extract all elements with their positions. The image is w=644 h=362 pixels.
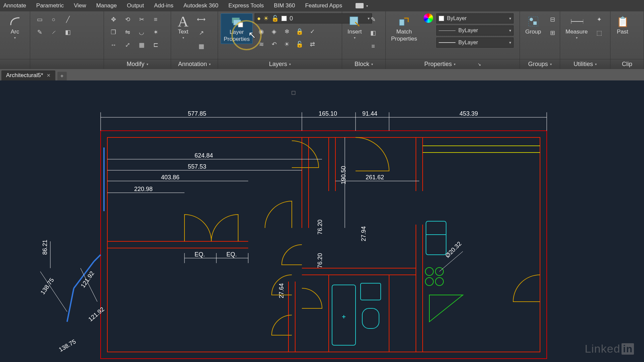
match-label-2: Properties [391, 36, 417, 42]
svg-text:557.53: 557.53 [188, 163, 206, 170]
panel-title-clip[interactable]: Clip [610, 59, 644, 69]
video-dropdown-icon[interactable]: ▾ [366, 4, 368, 8]
arc-icon [8, 15, 22, 28]
linkedin-watermark: Linkedin [585, 342, 634, 355]
document-tab[interactable]: Architectural5* ✕ [1, 70, 55, 80]
point-icon[interactable]: ✦ [592, 13, 606, 25]
panel-title-modify[interactable]: Modify▾ [104, 59, 171, 69]
color-control-icon[interactable] [424, 13, 433, 23]
line-icon[interactable]: ╱ [61, 13, 74, 25]
layer-unlock-icon[interactable]: 🔓 [293, 38, 306, 50]
video-icon[interactable] [356, 3, 364, 8]
layer-freeze-icon[interactable]: ❄ [280, 25, 293, 38]
lineweight-dropdown[interactable]: ByLayer▾ [436, 25, 514, 36]
layer-lock-icon[interactable]: 🔒 [293, 25, 306, 38]
insert-button[interactable]: Insert ▾ [345, 13, 365, 41]
panel-title-layers[interactable]: Layers▾ [218, 59, 342, 69]
drawing-canvas[interactable]: 577.85 165.10 91.44 453.39 [0, 80, 644, 362]
menu-addins[interactable]: Add-ins [154, 2, 173, 9]
group-button[interactable]: Group [523, 13, 544, 37]
array-icon[interactable]: ▦ [135, 39, 148, 51]
menu-bim360[interactable]: BIM 360 [274, 2, 295, 9]
group-icon [527, 15, 540, 28]
box-icon[interactable]: ◧ [61, 26, 74, 38]
draworder-icon[interactable]: ≡ [149, 13, 162, 25]
svg-text:76.20: 76.20 [317, 220, 323, 235]
group-edit-icon[interactable]: ⊞ [546, 27, 559, 39]
select-icon[interactable]: ⬚ [592, 27, 606, 39]
measure-icon [570, 15, 583, 28]
layer-thaw-icon[interactable]: ☀ [280, 38, 293, 50]
text-button[interactable]: A Text ▾ [174, 13, 193, 41]
bulb-icon: ● [257, 15, 261, 22]
new-tab-button[interactable]: + [57, 72, 67, 80]
rotate-icon[interactable]: ⟲ [121, 13, 134, 25]
mirror-icon[interactable]: ⇋ [121, 26, 134, 38]
scale-icon[interactable]: ⤢ [121, 39, 134, 51]
rectangle-icon[interactable]: ▭ [33, 13, 46, 25]
move-icon[interactable]: ✥ [107, 13, 120, 25]
create-block-icon[interactable]: ◧ [367, 27, 380, 39]
menu-featuredapps[interactable]: Featured Apps [305, 2, 342, 9]
panel-title-groups[interactable]: Groups▾ [520, 59, 560, 69]
layer-change-icon[interactable]: ⇄ [306, 38, 319, 50]
svg-text:624.84: 624.84 [195, 152, 213, 159]
panel-title-properties[interactable]: Properties▾↘ [386, 59, 520, 69]
menu-manage[interactable]: Manage [96, 2, 117, 9]
panel-title-block[interactable]: Block▾ [342, 59, 385, 69]
svg-text:121.92: 121.92 [87, 306, 106, 323]
layer-isolate-icon[interactable]: ◈ [267, 25, 281, 38]
menu-annotate[interactable]: Annotate [3, 2, 26, 9]
edit-block-icon[interactable]: ✎ [367, 13, 380, 25]
close-tab-icon[interactable]: ✕ [47, 73, 51, 78]
menu-autodesk360[interactable]: Autodesk 360 [183, 2, 218, 9]
svg-rect-45 [426, 221, 446, 255]
layer-previous-icon[interactable]: ↶ [267, 38, 281, 50]
menu-expresstools[interactable]: Express Tools [228, 2, 264, 9]
text-label: Text [178, 29, 188, 35]
measure-button[interactable]: Measure ▾ [563, 13, 590, 41]
svg-rect-12 [107, 137, 540, 352]
sun-icon: ☀ [263, 15, 269, 22]
layer-make-current-icon[interactable]: ✓ [306, 25, 319, 38]
fillet-icon[interactable]: ◡ [135, 26, 148, 38]
paste-button[interactable]: 📋 Past [613, 13, 632, 37]
ungroup-icon[interactable]: ⊟ [546, 13, 559, 25]
explode-icon[interactable]: ✶ [149, 26, 162, 38]
svg-text:403.86: 403.86 [161, 174, 179, 181]
svg-text:27.64: 27.64 [278, 283, 285, 298]
linetype-dropdown[interactable]: ByLayer▾ [436, 38, 514, 48]
arc-button[interactable]: Arc ▾ [6, 13, 24, 41]
match-properties-button[interactable]: Match Properties [388, 13, 420, 43]
layer-properties-icon [230, 15, 244, 28]
block-attr-icon[interactable]: ≡ [367, 40, 380, 52]
menu-view[interactable]: View [74, 2, 86, 9]
panel-title-utilities[interactable]: Utilities▾ [560, 59, 610, 69]
leader-icon[interactable]: ↗ [195, 27, 208, 39]
svg-rect-4 [399, 19, 404, 25]
eraser-icon[interactable]: ✎ [33, 26, 46, 38]
polyline-icon[interactable]: ⟋ [47, 26, 60, 38]
insert-icon [348, 15, 361, 28]
layer-properties-button[interactable]: Layer Properties [221, 13, 253, 44]
match-label-1: Match [396, 29, 412, 35]
stretch-icon[interactable]: ↔ [107, 39, 120, 51]
document-tab-strip: Architectural5* ✕ + [0, 69, 644, 80]
copy-icon[interactable]: ❐ [107, 26, 120, 38]
table-icon[interactable]: ▦ [195, 40, 208, 52]
layer-off-icon[interactable]: ◉ [255, 25, 268, 38]
panel-title-annotation[interactable]: Annotation▾ [171, 59, 218, 69]
svg-point-50 [435, 278, 443, 286]
color-dropdown[interactable]: ByLayer▾ [436, 13, 514, 23]
offset-icon[interactable]: ⊏ [149, 39, 162, 51]
trim-icon[interactable]: ✂ [135, 13, 148, 25]
svg-rect-55 [362, 308, 379, 328]
svg-text:190.50: 190.50 [340, 166, 347, 184]
svg-text:165.10: 165.10 [319, 110, 337, 117]
menu-output[interactable]: Output [127, 2, 144, 9]
circle-icon[interactable]: ○ [47, 13, 60, 25]
layer-match-icon[interactable]: ≋ [255, 38, 268, 50]
document-tab-label: Architectural5* [6, 72, 43, 79]
menu-parametric[interactable]: Parametric [36, 2, 64, 9]
dimension-icon[interactable]: ⟷ [195, 13, 208, 25]
